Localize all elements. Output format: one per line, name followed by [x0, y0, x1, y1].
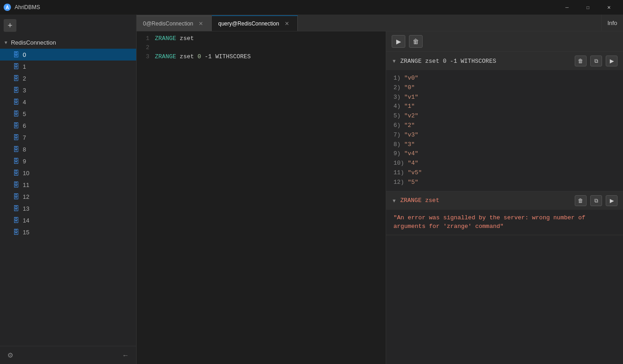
copy-result-button[interactable]: ⧉ — [590, 195, 602, 206]
run-result-button[interactable]: ▶ — [606, 56, 618, 66]
tab-tab2[interactable]: query@RedisConnection ✕ — [212, 15, 298, 31]
results-toolbar: ▶ 🗑 — [386, 31, 623, 52]
sidebar-item-db-12[interactable]: 🗄 12 — [0, 191, 136, 202]
result-body: 1) "v0" 2) "0" 3) "v1" 4) "1" — [386, 70, 623, 191]
row-value: "v4" — [404, 150, 418, 157]
database-icon: 🗄 — [13, 134, 19, 141]
sidebar-item-db-4[interactable]: 🗄 4 — [0, 96, 136, 108]
add-connection-button[interactable]: + — [4, 19, 16, 32]
row-value: "v1" — [404, 94, 418, 101]
row-value: "2" — [404, 122, 414, 129]
row-index: 6) — [393, 122, 401, 129]
close-button[interactable]: ✕ — [598, 0, 619, 15]
line-content: ZRANGE zset — [155, 35, 194, 42]
result-block-block2: ▼ ZRANGE zset 🗑 ⧉ ▶ "An error was signal… — [386, 192, 623, 235]
row-index: 11) — [393, 169, 404, 176]
tabs-bar: 0@RedisConnection ✕ query@RedisConnectio… — [137, 15, 623, 31]
row-value: "1" — [404, 103, 414, 110]
sidebar-item-db-13[interactable]: 🗄 13 — [0, 202, 136, 214]
connection-label: RedisConnection — [11, 39, 56, 46]
results-pane: ▶ 🗑 ▼ ZRANGE zset 0 -1 WITHSCORES 🗑 ⧉ ▶ … — [386, 31, 623, 364]
app-icon: A — [4, 4, 11, 11]
row-index: 2) — [393, 84, 401, 91]
database-list: 🗄 0 🗄 1 🗄 2 🗄 3 🗄 4 🗄 5 🗄 6 🗄 7 🗄 8 🗄 9 … — [0, 49, 136, 238]
db-label: 13 — [23, 205, 29, 212]
result-row: 8) "3" — [393, 140, 616, 150]
tab-close-button[interactable]: ✕ — [283, 20, 291, 28]
copy-result-button[interactable]: ⧉ — [590, 56, 602, 66]
result-command-error: ZRANGE zset — [400, 197, 571, 204]
row-value: "4" — [408, 160, 418, 167]
sidebar-item-db-6[interactable]: 🗄 6 — [0, 120, 136, 131]
line-number: 3 — [137, 53, 155, 60]
app-title: AhriDBMS — [15, 4, 40, 10]
result-row: 2) "0" — [393, 83, 616, 93]
sidebar-item-db-9[interactable]: 🗄 9 — [0, 155, 136, 167]
tab-tab1[interactable]: 0@RedisConnection ✕ — [137, 15, 212, 31]
sidebar: + ▼ RedisConnection 🗄 0 🗄 1 🗄 2 🗄 3 🗄 4 … — [0, 15, 137, 364]
sidebar-item-db-7[interactable]: 🗄 7 — [0, 131, 136, 143]
sidebar-item-db-1[interactable]: 🗄 1 — [0, 61, 136, 72]
database-icon: 🗄 — [13, 122, 19, 129]
db-label: 5 — [23, 111, 26, 117]
row-index: 7) — [393, 131, 401, 138]
editor-split: 1 ZRANGE zset 2 3 ZRANGE zset 0 -1 WITHS… — [137, 31, 623, 364]
minimize-button[interactable]: ─ — [557, 0, 577, 15]
delete-result-button[interactable]: 🗑 — [575, 56, 587, 66]
sidebar-item-db-8[interactable]: 🗄 8 — [0, 143, 136, 155]
settings-button[interactable]: ⚙ — [5, 349, 15, 361]
db-label: 14 — [23, 217, 29, 224]
db-label: 1 — [23, 63, 26, 70]
database-icon: 🗄 — [13, 146, 19, 153]
sidebar-item-db-2[interactable]: 🗄 2 — [0, 72, 136, 84]
db-label: 8 — [23, 146, 26, 153]
tab-close-button[interactable]: ✕ — [197, 20, 205, 28]
row-value: "v2" — [404, 112, 418, 119]
row-index: 1) — [393, 75, 401, 81]
sidebar-item-db-10[interactable]: 🗄 10 — [0, 167, 136, 179]
maximize-button[interactable]: □ — [577, 0, 598, 15]
db-label: 11 — [23, 182, 29, 188]
sidebar-footer: ⚙ ← — [0, 346, 136, 364]
db-label: 10 — [23, 170, 29, 177]
row-value: "v0" — [404, 75, 418, 81]
tab-label: 0@RedisConnection — [143, 20, 193, 27]
db-label: 9 — [23, 158, 26, 165]
info-button[interactable]: Info — [601, 15, 623, 31]
database-icon: 🗄 — [13, 86, 19, 94]
sidebar-item-db-3[interactable]: 🗄 3 — [0, 84, 136, 96]
database-icon: 🗄 — [13, 110, 19, 117]
tree-root-redis[interactable]: ▼ RedisConnection — [0, 36, 136, 49]
run-result-button[interactable]: ▶ — [606, 195, 618, 206]
run-button[interactable]: ▶ — [392, 35, 405, 48]
database-icon: 🗄 — [13, 75, 19, 82]
result-row: 5) "v2" — [393, 111, 616, 121]
collapse-icon[interactable]: ▼ — [392, 58, 397, 64]
sidebar-item-db-15[interactable]: 🗄 15 — [0, 226, 136, 238]
collapse-sidebar-button[interactable]: ← — [120, 349, 131, 361]
row-value: "v5" — [408, 169, 422, 176]
database-icon: 🗄 — [13, 169, 19, 177]
db-label: 7 — [23, 134, 26, 141]
titlebar: A AhriDBMS ─ □ ✕ — [0, 0, 623, 15]
delete-result-button[interactable]: 🗑 — [575, 195, 587, 206]
db-label: 6 — [23, 122, 26, 129]
delete-button[interactable]: 🗑 — [409, 35, 423, 48]
result-command: ZRANGE zset 0 -1 WITHSCORES — [400, 58, 571, 65]
line-number: 2 — [137, 44, 155, 51]
row-index: 8) — [393, 141, 401, 148]
db-label: 4 — [23, 99, 26, 106]
code-pane[interactable]: 1 ZRANGE zset 2 3 ZRANGE zset 0 -1 WITHS… — [137, 31, 386, 364]
collapse-icon[interactable]: ▼ — [392, 198, 397, 203]
code-line: 1 ZRANGE zset — [137, 35, 386, 44]
tab-label: query@RedisConnection — [218, 20, 279, 27]
sidebar-item-db-5[interactable]: 🗄 5 — [0, 108, 136, 120]
row-value: "v3" — [404, 131, 418, 138]
sidebar-item-db-11[interactable]: 🗄 11 — [0, 179, 136, 191]
result-blocks: ▼ ZRANGE zset 0 -1 WITHSCORES 🗑 ⧉ ▶ 1) "… — [386, 52, 623, 235]
editor-area: Info 0@RedisConnection ✕ query@RedisConn… — [137, 15, 623, 364]
database-icon: 🗄 — [13, 181, 19, 188]
sidebar-item-db-0[interactable]: 🗄 0 — [0, 49, 136, 61]
connection-tree[interactable]: ▼ RedisConnection 🗄 0 🗄 1 🗄 2 🗄 3 🗄 4 🗄 … — [0, 36, 136, 346]
sidebar-item-db-14[interactable]: 🗄 14 — [0, 214, 136, 226]
